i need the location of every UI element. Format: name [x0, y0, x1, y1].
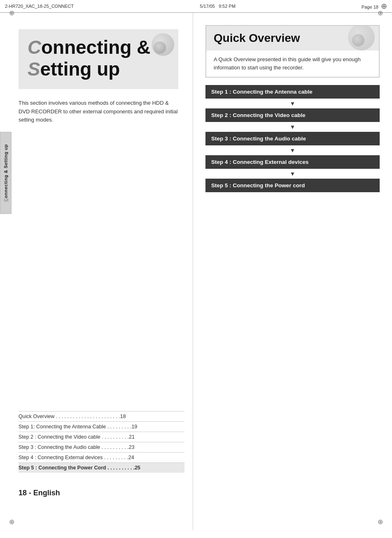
title-first-letter-c: C [28, 37, 41, 58]
toc-item: Step 1: Connecting the Antenna Cable . .… [18, 421, 184, 432]
sidebar-first-letter: C [3, 198, 8, 201]
section-description: This section involves various methods of… [18, 99, 178, 124]
step-4: Step 4 : Connecting External devices [205, 155, 380, 169]
step-5: Step 5 : Connecting the Power cord [205, 179, 380, 192]
step-arrow-1: ▼ [205, 99, 380, 108]
right-column: Quick Overview A Quick Overview presente… [193, 13, 392, 530]
sidebar-rest: onnecting & Setting up [3, 144, 8, 198]
steps-container: Step 1 : Connecting the Antenna cable ▼ … [205, 85, 380, 192]
toc-item: Quick Overview . . . . . . . . . . . . .… [18, 411, 184, 421]
toc-item: Step 2 : Connecting the Video cable . . … [18, 432, 184, 442]
step-1: Step 1 : Connecting the Antenna cable [205, 85, 380, 99]
header-filename: 2-HR720_XAC_18-25_CONNECT [5, 4, 74, 9]
step-2: Step 2 : Connecting the Video cable [205, 108, 380, 122]
title-box: Connecting & Setting up [18, 29, 178, 89]
header-page: Page 18 ⊕ [362, 2, 387, 11]
main-layout: Connecting & Setting up Connecting & Set… [0, 13, 392, 530]
quick-overview-description: A Quick Overview presented in this guide… [206, 51, 379, 72]
sidebar-label: Connecting & Setting up [3, 144, 8, 202]
main-title: Connecting & Setting up [28, 37, 169, 80]
sidebar-tab: Connecting & Setting up [0, 132, 12, 214]
title-deco-circle2 [154, 41, 166, 54]
toc-item: Step 3 : Connecting the Audio cable . . … [18, 442, 184, 452]
header-datetime: 5/17/05 9:52 PM [200, 4, 235, 9]
step-arrow-3: ▼ [205, 145, 380, 155]
quick-overview-header: Quick Overview [206, 26, 379, 51]
header-bar: 2-HR720_XAC_18-25_CONNECT 5/17/05 9:52 P… [0, 0, 392, 13]
step-3: Step 3 : Connecting the Audio cable [205, 132, 380, 145]
page-number-label: 18 - English [18, 489, 60, 497]
quick-overview-title: Quick Overview [214, 32, 300, 45]
left-column: Connecting & Setting up Connecting & Set… [0, 13, 193, 530]
step-arrow-2: ▼ [205, 122, 380, 132]
qo-deco-circle2 [352, 34, 364, 46]
step-arrow-4: ▼ [205, 169, 380, 179]
title-first-letter-s: S [28, 58, 40, 80]
table-of-contents: Quick Overview . . . . . . . . . . . . .… [18, 411, 184, 473]
quick-overview-box: Quick Overview A Quick Overview presente… [205, 25, 380, 78]
toc-item: Step 5 : Connecting the Power Cord . . .… [18, 462, 184, 473]
toc-item: Step 4 : Connecting External devices . .… [18, 452, 184, 462]
